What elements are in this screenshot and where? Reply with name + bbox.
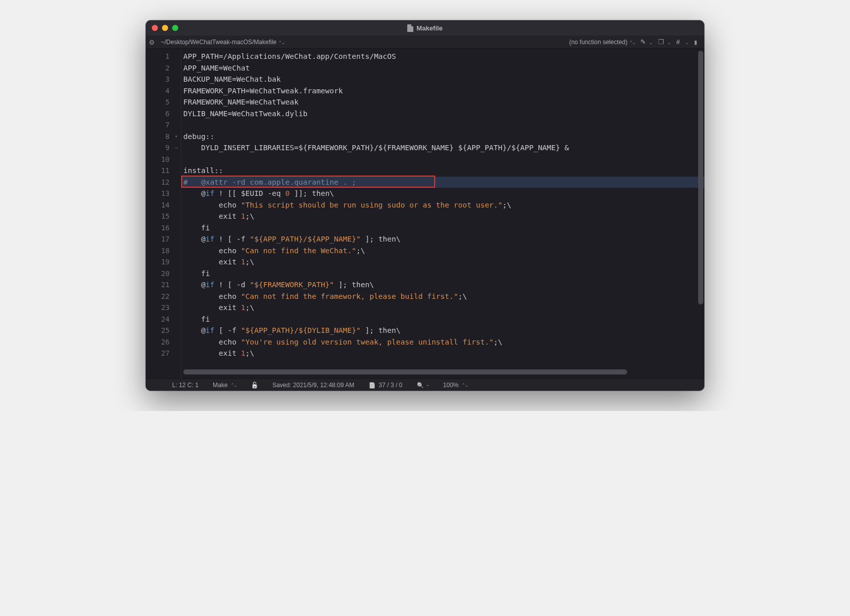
line-number[interactable]: 17 bbox=[146, 233, 181, 245]
code-line[interactable]: DYLD_INSERT_LIBRARIES=${FRAMEWORK_PATH}/… bbox=[181, 142, 704, 154]
file-icon[interactable] bbox=[694, 39, 701, 46]
line-number[interactable]: 24 bbox=[146, 314, 181, 325]
cursor-position[interactable]: L: 12 C: 1 bbox=[172, 382, 199, 389]
updown-icon: ⌃⌄ bbox=[462, 383, 468, 388]
line-number[interactable]: 11 bbox=[146, 165, 181, 177]
line-number[interactable]: 4 bbox=[146, 85, 181, 97]
line-number[interactable]: 12 bbox=[146, 177, 181, 188]
code-line[interactable]: exit 1;\ bbox=[181, 348, 704, 359]
code-line[interactable]: exit 1;\ bbox=[181, 211, 704, 222]
minimize-button[interactable] bbox=[162, 25, 168, 31]
unlock-icon bbox=[251, 382, 258, 389]
saved-status: Saved: 2021/5/9, 12:48:09 AM bbox=[272, 382, 354, 389]
chevron-down-icon: ⌄ bbox=[685, 40, 689, 45]
code-line[interactable]: install:: bbox=[181, 165, 704, 177]
horizontal-scrollbar-track[interactable] bbox=[181, 368, 697, 375]
window-title: Makefile bbox=[416, 24, 442, 32]
line-number[interactable]: 26 bbox=[146, 336, 181, 348]
pencil-icon bbox=[640, 38, 647, 45]
code-line[interactable]: # @xattr -rd com.apple.quarantine . ; bbox=[181, 177, 704, 188]
window-title-group: Makefile bbox=[146, 24, 704, 32]
search-value: - bbox=[427, 382, 429, 389]
line-number[interactable]: 15 bbox=[146, 211, 181, 222]
search-icon bbox=[417, 382, 424, 389]
code-line[interactable] bbox=[181, 154, 704, 165]
line-number[interactable]: 1 bbox=[146, 51, 181, 62]
horizontal-scrollbar-thumb[interactable] bbox=[183, 369, 627, 374]
copy-icon bbox=[658, 38, 665, 45]
close-button[interactable] bbox=[152, 25, 158, 31]
copy-menu[interactable]: ⌄ bbox=[658, 38, 671, 46]
code-line[interactable]: exit 1;\ bbox=[181, 302, 704, 314]
line-number[interactable]: 21 bbox=[146, 279, 181, 291]
zoom-selector[interactable]: 100% ⌃⌄ bbox=[443, 382, 468, 389]
code-line[interactable]: FRAMEWORK_NAME=WeChatTweak bbox=[181, 96, 704, 108]
search-status[interactable]: - bbox=[417, 382, 429, 389]
line-number[interactable]: 8 bbox=[146, 131, 181, 143]
document-icon bbox=[407, 24, 413, 32]
line-number[interactable]: 18 bbox=[146, 245, 181, 257]
line-number[interactable]: 3 bbox=[146, 74, 181, 85]
line-number[interactable]: 20 bbox=[146, 268, 181, 280]
updown-icon: ⌃⌄ bbox=[231, 383, 237, 388]
function-selector[interactable]: (no function selected) ⌃⌄ bbox=[569, 39, 635, 46]
line-number[interactable]: 6 bbox=[146, 108, 181, 120]
vertical-scrollbar-thumb[interactable] bbox=[698, 51, 703, 304]
code-line[interactable]: exit 1;\ bbox=[181, 256, 704, 268]
doc-stats[interactable]: 37 / 3 / 0 bbox=[369, 382, 403, 389]
line-number[interactable]: 27 bbox=[146, 348, 181, 359]
line-number[interactable]: 22 bbox=[146, 291, 181, 302]
code-line[interactable]: fi bbox=[181, 268, 704, 280]
language-label: Make bbox=[213, 382, 227, 389]
marker-menu[interactable]: ⌄ bbox=[640, 38, 653, 46]
editor-window: Makefile ~/Desktop/WeChatTweak-macOS/Mak… bbox=[146, 20, 704, 391]
code-line[interactable] bbox=[181, 119, 704, 131]
line-number[interactable]: 25 bbox=[146, 325, 181, 336]
line-number[interactable]: 14 bbox=[146, 199, 181, 211]
line-number[interactable]: 2 bbox=[146, 62, 181, 74]
code-line[interactable]: fi bbox=[181, 314, 704, 325]
status-bar: L: 12 C: 1 Make ⌃⌄ Saved: 2021/5/9, 12:4… bbox=[146, 379, 704, 391]
hash-menu[interactable]: ⌄ bbox=[676, 38, 689, 46]
code-line[interactable]: @if [ -f "${APP_PATH}/${DYLIB_NAME}" ]; … bbox=[181, 325, 704, 336]
traffic-lights bbox=[152, 25, 178, 31]
code-line[interactable]: fi bbox=[181, 222, 704, 234]
file-path: ~/Desktop/WeChatTweak-macOS/Makefile bbox=[161, 39, 277, 46]
code-content[interactable]: APP_PATH=/Applications/WeChat.app/Conten… bbox=[181, 49, 704, 379]
chevron-down-icon: ⌄ bbox=[667, 40, 671, 45]
code-line[interactable]: FRAMEWORK_PATH=WeChatTweak.framework bbox=[181, 85, 704, 97]
line-number[interactable]: 10 bbox=[146, 154, 181, 165]
line-number[interactable]: 7 bbox=[146, 119, 181, 131]
zoom-button[interactable] bbox=[172, 25, 178, 31]
line-number[interactable]: 16 bbox=[146, 222, 181, 234]
code-line[interactable]: echo "Can not find the framework, please… bbox=[181, 291, 704, 302]
code-line[interactable]: debug:: bbox=[181, 131, 704, 143]
vertical-scrollbar-track[interactable] bbox=[697, 49, 704, 364]
line-number[interactable]: 19 bbox=[146, 256, 181, 268]
doc-stats-value: 37 / 3 / 0 bbox=[379, 382, 403, 389]
code-line[interactable]: DYLIB_NAME=WeChatTweak.dylib bbox=[181, 108, 704, 120]
code-line[interactable]: @if ! [ -d "${FRAMEWORK_PATH}" ]; then\ bbox=[181, 279, 704, 291]
lock-status[interactable] bbox=[251, 382, 258, 389]
code-line[interactable]: echo "You're using old version tweak, pl… bbox=[181, 336, 704, 348]
file-path-selector[interactable]: ~/Desktop/WeChatTweak-macOS/Makefile ⌃⌄ bbox=[161, 39, 284, 46]
titlebar: Makefile bbox=[146, 20, 704, 36]
line-number-gutter: 1234567891011121314151617181920212223242… bbox=[146, 49, 181, 379]
zoom-value: 100% bbox=[443, 382, 459, 389]
code-line[interactable]: @if ! [[ $EUID -eq 0 ]]; then\ bbox=[181, 188, 704, 199]
line-number[interactable]: 5 bbox=[146, 96, 181, 108]
code-line[interactable]: @if ! [ -f "${APP_PATH}/${APP_NAME}" ]; … bbox=[181, 233, 704, 245]
language-selector[interactable]: Make ⌃⌄ bbox=[213, 382, 237, 389]
function-selector-label: (no function selected) bbox=[569, 39, 628, 46]
chevron-down-icon: ⌄ bbox=[649, 40, 653, 45]
code-line[interactable]: echo "Can not find the WeChat.";\ bbox=[181, 245, 704, 257]
document-icon bbox=[369, 382, 376, 389]
code-line[interactable]: APP_PATH=/Applications/WeChat.app/Conten… bbox=[181, 51, 704, 62]
code-line[interactable]: echo "This script should be run using su… bbox=[181, 199, 704, 211]
code-line[interactable]: BACKUP_NAME=WeChat.bak bbox=[181, 74, 704, 85]
code-line[interactable]: APP_NAME=WeChat bbox=[181, 62, 704, 74]
gear-icon[interactable] bbox=[149, 39, 156, 46]
line-number[interactable]: 23 bbox=[146, 302, 181, 314]
line-number[interactable]: 13 bbox=[146, 188, 181, 199]
line-number[interactable]: 9 bbox=[146, 142, 181, 154]
